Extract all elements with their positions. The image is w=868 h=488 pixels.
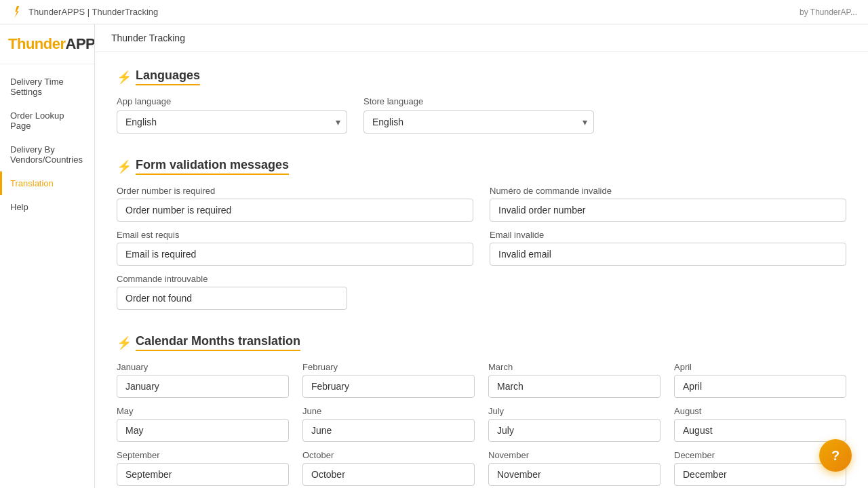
month-input-september[interactable] — [117, 463, 289, 486]
fab-button[interactable]: ? — [819, 439, 852, 472]
lightning-icon-languages: ⚡ — [117, 70, 132, 85]
content-wrap: Thunder Tracking ⚡ Languages App languag… — [95, 24, 868, 488]
months-grid: JanuaryFebruaryMarchAprilMayJuneJulyAugu… — [117, 362, 846, 486]
sidebar-item-order-lookup[interactable]: Order Lookup Page — [0, 104, 94, 138]
email-invalid-field: Email invalide — [490, 230, 846, 266]
month-field-july: July — [488, 406, 660, 442]
order-invalid-input[interactable] — [490, 199, 846, 222]
store-language-select-wrapper: English French Spanish German — [363, 110, 594, 134]
topbar-title: ThunderAPPS | ThunderTracking — [28, 7, 158, 17]
logo: ThunderAPPS — [8, 35, 86, 53]
sidebar-item-translation[interactable]: Translation — [0, 171, 94, 195]
month-label-march: March — [488, 362, 660, 372]
month-input-december[interactable] — [674, 463, 846, 486]
sidebar-item-help[interactable]: Help — [0, 195, 94, 219]
month-label-october: October — [302, 450, 475, 460]
store-language-label: Store language — [363, 96, 594, 106]
email-invalid-input[interactable] — [490, 243, 846, 266]
app-language-field: App language English French Spanish Germ… — [117, 96, 347, 134]
sidebar-nav: Delivery Time Settings Order Lookup Page… — [0, 64, 94, 224]
validation-grid: Order number is required Numéro de comma… — [117, 186, 846, 310]
month-input-november[interactable] — [488, 463, 660, 486]
store-language-select[interactable]: English French Spanish German — [363, 110, 594, 134]
order-required-field: Order number is required — [117, 186, 473, 222]
month-field-september: September — [117, 450, 289, 486]
order-required-input[interactable] — [117, 199, 473, 222]
month-field-november: November — [488, 450, 660, 486]
month-field-february: February — [302, 362, 475, 398]
month-input-april[interactable] — [674, 375, 846, 398]
app-layout: ThunderAPPS Delivery Time Settings Order… — [0, 24, 868, 488]
languages-section: ⚡ Languages App language English French … — [117, 68, 846, 134]
month-label-april: April — [674, 362, 846, 372]
email-required-input[interactable] — [117, 243, 473, 266]
month-label-may: May — [117, 406, 289, 416]
month-field-august: August — [674, 406, 846, 442]
topbar-app-name: ThunderAPPS | ThunderTracking — [11, 6, 158, 18]
order-required-label: Order number is required — [117, 186, 473, 196]
month-label-november: November — [488, 450, 660, 460]
month-input-february[interactable] — [302, 375, 475, 398]
app-language-select-wrapper: English French Spanish German — [117, 110, 347, 134]
month-label-september: September — [117, 450, 289, 460]
logo-apps: APPS — [66, 35, 96, 52]
month-label-june: June — [302, 406, 475, 416]
breadcrumb: Thunder Tracking — [95, 24, 868, 52]
store-language-field: Store language English French Spanish Ge… — [363, 96, 594, 134]
order-invalid-field: Numéro de commande invalide — [490, 186, 846, 222]
languages-section-title: Languages — [136, 68, 200, 85]
app-language-label: App language — [117, 96, 347, 106]
month-label-february: February — [302, 362, 475, 372]
calendar-section: ⚡ Calendar Months translation JanuaryFeb… — [117, 334, 846, 486]
month-field-april: April — [674, 362, 846, 398]
main-content: ⚡ Languages App language English French … — [95, 52, 868, 488]
month-input-may[interactable] — [117, 419, 289, 442]
languages-section-header: ⚡ Languages — [117, 68, 846, 85]
form-validation-title: Form validation messages — [136, 158, 289, 175]
order-invalid-label: Numéro de commande invalide — [490, 186, 846, 196]
sidebar-logo: ThunderAPPS — [0, 24, 94, 64]
month-input-july[interactable] — [488, 419, 660, 442]
form-validation-section: ⚡ Form validation messages Order number … — [117, 158, 846, 310]
month-label-january: January — [117, 362, 289, 372]
order-not-found-label: Commande introuvable — [117, 274, 473, 284]
email-required-field: Email est requis — [117, 230, 473, 266]
calendar-section-header: ⚡ Calendar Months translation — [117, 334, 846, 351]
month-field-march: March — [488, 362, 660, 398]
order-not-found-input[interactable] — [117, 287, 347, 310]
month-field-october: October — [302, 450, 475, 486]
month-input-june[interactable] — [302, 419, 475, 442]
form-validation-header: ⚡ Form validation messages — [117, 158, 846, 175]
sidebar-item-delivery-time[interactable]: Delivery Time Settings — [0, 70, 94, 104]
month-label-july: July — [488, 406, 660, 416]
email-required-label: Email est requis — [117, 230, 473, 240]
logo-thunder: Thunder — [8, 35, 66, 52]
lightning-icon-calendar: ⚡ — [117, 336, 132, 350]
thunder-icon — [11, 6, 23, 18]
language-row: App language English French Spanish Germ… — [117, 96, 846, 134]
month-input-august[interactable] — [674, 419, 846, 442]
app-language-select[interactable]: English French Spanish German — [117, 110, 347, 134]
topbar-by-label: by ThunderAP... — [800, 7, 857, 17]
email-invalid-label: Email invalide — [490, 230, 846, 240]
month-label-august: August — [674, 406, 846, 416]
sidebar-item-delivery-vendors[interactable]: Delivery By Vendors/Countries — [0, 138, 94, 171]
month-input-march[interactable] — [488, 375, 660, 398]
month-input-october[interactable] — [302, 463, 475, 486]
month-field-may: May — [117, 406, 289, 442]
month-input-january[interactable] — [117, 375, 289, 398]
calendar-section-title: Calendar Months translation — [136, 334, 300, 351]
lightning-icon-form: ⚡ — [117, 159, 132, 174]
sidebar: ThunderAPPS Delivery Time Settings Order… — [0, 24, 95, 488]
month-field-january: January — [117, 362, 289, 398]
order-not-found-field: Commande introuvable — [117, 274, 473, 310]
month-field-june: June — [302, 406, 475, 442]
topbar: ThunderAPPS | ThunderTracking by Thunder… — [0, 0, 868, 24]
